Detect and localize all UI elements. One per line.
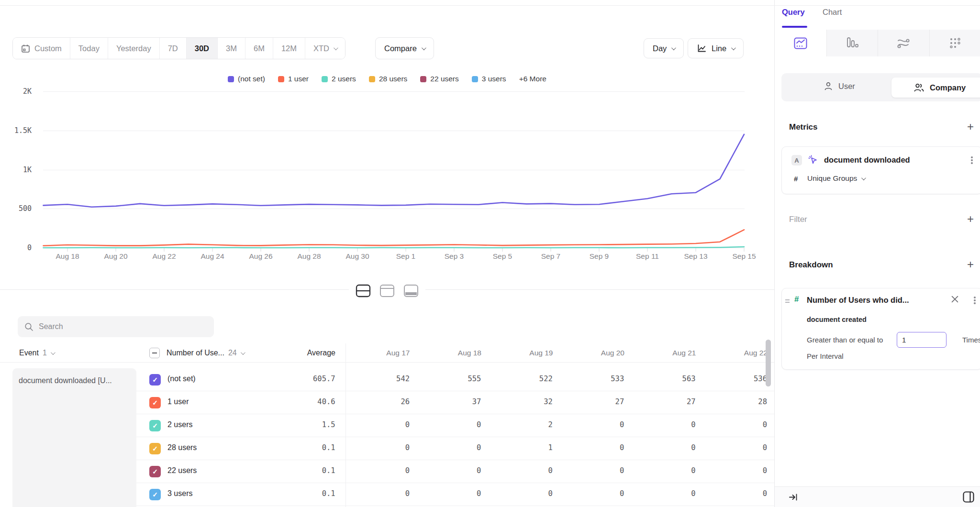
table-cell: 1 xyxy=(488,437,559,460)
series-checkbox[interactable]: ✓ xyxy=(149,489,161,500)
date-range-xtd[interactable]: XTD xyxy=(305,38,345,59)
event-count: 1 xyxy=(43,343,47,363)
aggregation-hash-icon: # xyxy=(794,175,798,183)
series-checkbox[interactable]: ✓ xyxy=(149,420,161,431)
chart-line--not-set- xyxy=(44,134,745,207)
table-view-icon xyxy=(403,284,419,298)
legend-item[interactable]: 3 users xyxy=(472,75,506,83)
date-column-header: Aug 18 xyxy=(417,343,489,363)
chart-type-strip xyxy=(775,30,980,56)
interval-dropdown[interactable]: Day xyxy=(644,38,684,58)
breakdown-title[interactable]: Number of Users who did... xyxy=(807,296,909,305)
chart-type-bar-button[interactable] xyxy=(826,30,878,56)
scope-option-user[interactable]: User xyxy=(824,81,855,91)
legend-item[interactable]: (not set) xyxy=(228,75,265,83)
metric-more-menu[interactable] xyxy=(968,155,976,165)
x-axis-label: Sep 5 xyxy=(481,252,524,261)
interval-label: Day xyxy=(653,44,667,53)
breakdown-condition-label[interactable]: Greater than or equal to xyxy=(807,336,883,344)
legend-more-button[interactable]: +6 More xyxy=(519,75,546,83)
series-checkbox[interactable]: ✓ xyxy=(149,443,161,454)
y-axis-label: 0 xyxy=(3,243,32,252)
indeterminate-mark xyxy=(152,353,157,353)
line-chart-icon xyxy=(697,44,707,53)
event-name-cell[interactable]: document downloaded [U... xyxy=(12,368,136,507)
table-cell: 0 xyxy=(345,460,417,483)
collapse-panel-icon[interactable] xyxy=(788,492,798,504)
chart-view-icon xyxy=(379,284,395,298)
bar-chart-icon xyxy=(846,37,858,49)
aggregation-dropdown[interactable]: Unique Groups xyxy=(807,174,865,183)
compare-button[interactable]: Compare xyxy=(375,37,434,59)
tab-chart[interactable]: Chart xyxy=(823,8,842,17)
scope-option-company[interactable]: Company xyxy=(891,77,980,98)
select-all-checkbox[interactable] xyxy=(149,348,160,358)
date-range-label: 3M xyxy=(226,44,237,53)
date-range-label: Yesterday xyxy=(116,44,151,53)
date-range-12m[interactable]: 12M xyxy=(273,38,305,59)
event-header-label: Event xyxy=(19,343,39,363)
chart-gridline xyxy=(43,91,745,92)
tab-query[interactable]: Query xyxy=(782,8,805,17)
date-range-6m[interactable]: 6M xyxy=(245,38,273,59)
breakdown-event-name[interactable]: document created xyxy=(807,316,867,323)
drag-handle-icon[interactable] xyxy=(785,299,790,305)
x-axis-label: Aug 24 xyxy=(191,252,234,261)
y-axis-label: 1K xyxy=(3,165,32,174)
legend-item[interactable]: 2 users xyxy=(322,75,356,83)
series-label: 2 users xyxy=(167,420,192,429)
table-cell: 0 xyxy=(703,483,774,506)
table-row: ✓28 users0.1001000 xyxy=(136,437,774,460)
date-range-3m[interactable]: 3M xyxy=(218,38,245,59)
breakdown-interval-label[interactable]: Per Interval xyxy=(807,352,844,360)
add-metric-button[interactable]: + xyxy=(964,121,977,133)
flow-chart-icon xyxy=(897,37,910,49)
series-checkbox[interactable]: ✓ xyxy=(149,466,161,477)
date-range-custom[interactable]: Custom xyxy=(13,38,70,59)
legend-item[interactable]: 22 users xyxy=(420,75,458,83)
breakdown-column-dropdown[interactable]: Number of Use... 24 xyxy=(167,343,244,363)
chart-type-dropdown[interactable]: Line xyxy=(688,38,744,58)
series-checkbox[interactable]: ✓ xyxy=(149,397,161,408)
x-axis-label: Aug 20 xyxy=(94,252,137,261)
table-cell: 27 xyxy=(560,391,631,414)
date-range-7d[interactable]: 7D xyxy=(160,38,187,59)
series-label: 22 users xyxy=(167,466,197,475)
dot-grid-icon xyxy=(949,37,961,49)
table-row: ✓3 users0.1000000 xyxy=(136,483,774,506)
series-checkbox[interactable]: ✓ xyxy=(149,374,161,386)
breakdown-value-input[interactable] xyxy=(897,332,947,348)
chart-type-flow-button[interactable] xyxy=(878,30,929,56)
close-icon[interactable] xyxy=(950,296,959,304)
y-axis-label: 500 xyxy=(3,204,32,213)
panel-layout-icon[interactable] xyxy=(962,491,975,505)
y-axis-label: 1.5K xyxy=(3,126,32,135)
table-header: Event 1 Number of Use... 24 Average Aug … xyxy=(0,343,774,363)
legend-item[interactable]: 1 user xyxy=(278,75,309,83)
table-cell: 555 xyxy=(417,368,488,391)
metric-event-name[interactable]: document downloaded xyxy=(824,155,910,165)
x-axis-label: Aug 22 xyxy=(143,252,186,261)
legend-item[interactable]: 28 users xyxy=(369,75,407,83)
table-row-head: ✓1 user40.6 xyxy=(136,391,345,414)
chart-type-grid-button[interactable] xyxy=(929,30,980,56)
chart-type-label: Line xyxy=(712,44,726,53)
search-input[interactable] xyxy=(39,322,207,331)
view-toggle-table[interactable] xyxy=(402,283,420,300)
chart-line-1-user xyxy=(44,230,745,245)
legend-label: 22 users xyxy=(430,75,458,83)
date-range-30d[interactable]: 30D xyxy=(187,38,218,59)
view-toggle-chart[interactable] xyxy=(379,283,396,300)
add-filter-button[interactable]: + xyxy=(964,213,977,225)
table-scrollbar-thumb[interactable] xyxy=(766,340,771,386)
average-value: 1.5 xyxy=(322,420,335,429)
breakdown-more-menu[interactable] xyxy=(970,295,979,306)
legend-label: (not set) xyxy=(238,75,265,83)
date-range-yesterday[interactable]: Yesterday xyxy=(108,38,160,59)
add-breakdown-button[interactable]: + xyxy=(964,258,977,271)
view-toggle-split[interactable] xyxy=(355,283,372,300)
event-column-dropdown[interactable]: Event 1 xyxy=(19,343,54,363)
date-range-today[interactable]: Today xyxy=(70,38,108,59)
table-cell: 0 xyxy=(631,437,702,460)
chart-type-line-button[interactable] xyxy=(775,30,826,56)
